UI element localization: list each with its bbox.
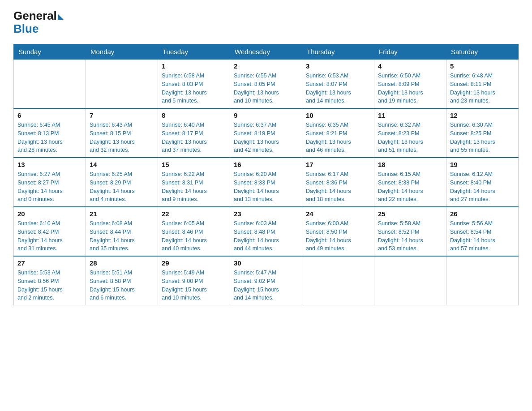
- day-info: Sunrise: 5:49 AMSunset: 9:00 PMDaylight:…: [162, 269, 226, 302]
- day-info: Sunrise: 6:03 AMSunset: 8:48 PMDaylight:…: [234, 219, 298, 253]
- calendar-cell: 7Sunrise: 6:43 AMSunset: 8:15 PMDaylight…: [86, 108, 158, 158]
- calendar-cell: 6Sunrise: 6:45 AMSunset: 8:13 PMDaylight…: [14, 108, 86, 158]
- day-number: 3: [306, 62, 370, 70]
- day-number: 9: [234, 111, 298, 119]
- day-number: 5: [450, 62, 515, 70]
- day-number: 4: [378, 62, 442, 70]
- day-number: 19: [450, 161, 515, 168]
- logo-arrow-icon: [58, 14, 64, 20]
- day-info: Sunrise: 6:45 AMSunset: 8:13 PMDaylight:…: [17, 121, 82, 154]
- day-info: Sunrise: 6:43 AMSunset: 8:15 PMDaylight:…: [90, 121, 154, 154]
- calendar-cell: 20Sunrise: 6:10 AMSunset: 8:42 PMDayligh…: [14, 207, 86, 256]
- calendar-cell: 11Sunrise: 6:32 AMSunset: 8:23 PMDayligh…: [374, 108, 446, 158]
- calendar-week-row: 20Sunrise: 6:10 AMSunset: 8:42 PMDayligh…: [14, 207, 519, 256]
- day-info: Sunrise: 6:55 AMSunset: 8:05 PMDaylight:…: [234, 72, 298, 105]
- calendar-cell: 19Sunrise: 6:12 AMSunset: 8:40 PMDayligh…: [446, 158, 519, 207]
- calendar-week-row: 6Sunrise: 6:45 AMSunset: 8:13 PMDaylight…: [14, 108, 519, 158]
- calendar-table: SundayMondayTuesdayWednesdayThursdayFrid…: [13, 44, 519, 305]
- day-number: 22: [162, 210, 226, 218]
- day-info: Sunrise: 6:17 AMSunset: 8:36 PMDaylight:…: [306, 170, 370, 204]
- day-info: Sunrise: 6:37 AMSunset: 8:19 PMDaylight:…: [234, 121, 298, 154]
- day-number: 6: [17, 111, 82, 119]
- calendar-cell: 23Sunrise: 6:03 AMSunset: 8:48 PMDayligh…: [230, 207, 302, 256]
- calendar-cell: 12Sunrise: 6:30 AMSunset: 8:25 PMDayligh…: [446, 108, 519, 158]
- calendar-cell: 5Sunrise: 6:48 AMSunset: 8:11 PMDaylight…: [446, 60, 519, 109]
- day-header-friday: Friday: [374, 44, 446, 60]
- day-header-thursday: Thursday: [302, 44, 374, 60]
- day-number: 28: [90, 259, 154, 267]
- day-info: Sunrise: 6:00 AMSunset: 8:50 PMDaylight:…: [306, 219, 370, 253]
- day-info: Sunrise: 6:32 AMSunset: 8:23 PMDaylight:…: [378, 121, 442, 154]
- day-number: 17: [306, 161, 370, 168]
- logo-general-text: General: [13, 9, 57, 23]
- calendar-cell: 1Sunrise: 6:58 AMSunset: 8:03 PMDaylight…: [158, 60, 230, 109]
- calendar-cell: 2Sunrise: 6:55 AMSunset: 8:05 PMDaylight…: [230, 60, 302, 109]
- calendar-cell: 17Sunrise: 6:17 AMSunset: 8:36 PMDayligh…: [302, 158, 374, 207]
- calendar-cell: [14, 60, 86, 109]
- calendar-cell: 18Sunrise: 6:15 AMSunset: 8:38 PMDayligh…: [374, 158, 446, 207]
- day-info: Sunrise: 6:08 AMSunset: 8:44 PMDaylight:…: [90, 219, 154, 253]
- day-number: 7: [90, 111, 154, 119]
- day-info: Sunrise: 6:35 AMSunset: 8:21 PMDaylight:…: [306, 121, 370, 154]
- calendar-cell: 25Sunrise: 5:58 AMSunset: 8:52 PMDayligh…: [374, 207, 446, 256]
- calendar-cell: 22Sunrise: 6:05 AMSunset: 8:46 PMDayligh…: [158, 207, 230, 256]
- calendar-header-row: SundayMondayTuesdayWednesdayThursdayFrid…: [14, 44, 519, 60]
- calendar-cell: 14Sunrise: 6:25 AMSunset: 8:29 PMDayligh…: [86, 158, 158, 207]
- day-number: 10: [306, 111, 370, 119]
- day-number: 30: [234, 259, 298, 267]
- calendar-cell: 29Sunrise: 5:49 AMSunset: 9:00 PMDayligh…: [158, 256, 230, 305]
- calendar-cell: [446, 256, 519, 305]
- day-info: Sunrise: 5:47 AMSunset: 9:02 PMDaylight:…: [234, 269, 298, 302]
- day-number: 27: [17, 259, 82, 267]
- day-header-tuesday: Tuesday: [158, 44, 230, 60]
- calendar-cell: 3Sunrise: 6:53 AMSunset: 8:07 PMDaylight…: [302, 60, 374, 109]
- day-info: Sunrise: 5:58 AMSunset: 8:52 PMDaylight:…: [378, 219, 442, 253]
- page-header: General Blue: [13, 9, 519, 36]
- calendar-cell: 8Sunrise: 6:40 AMSunset: 8:17 PMDaylight…: [158, 108, 230, 158]
- day-header-saturday: Saturday: [446, 44, 519, 60]
- day-number: 24: [306, 210, 370, 218]
- logo: General Blue: [13, 9, 64, 36]
- day-number: 26: [450, 210, 515, 218]
- day-number: 21: [90, 210, 154, 218]
- day-number: 29: [162, 259, 226, 267]
- calendar-cell: [302, 256, 374, 305]
- day-info: Sunrise: 5:56 AMSunset: 8:54 PMDaylight:…: [450, 219, 515, 253]
- calendar-cell: 16Sunrise: 6:20 AMSunset: 8:33 PMDayligh…: [230, 158, 302, 207]
- day-info: Sunrise: 6:48 AMSunset: 8:11 PMDaylight:…: [450, 72, 515, 105]
- calendar-week-row: 1Sunrise: 6:58 AMSunset: 8:03 PMDaylight…: [14, 60, 519, 109]
- day-info: Sunrise: 6:30 AMSunset: 8:25 PMDaylight:…: [450, 121, 515, 154]
- day-info: Sunrise: 5:53 AMSunset: 8:56 PMDaylight:…: [17, 269, 82, 302]
- calendar-week-row: 27Sunrise: 5:53 AMSunset: 8:56 PMDayligh…: [14, 256, 519, 305]
- calendar-cell: 13Sunrise: 6:27 AMSunset: 8:27 PMDayligh…: [14, 158, 86, 207]
- calendar-cell: 9Sunrise: 6:37 AMSunset: 8:19 PMDaylight…: [230, 108, 302, 158]
- day-header-wednesday: Wednesday: [230, 44, 302, 60]
- day-info: Sunrise: 6:50 AMSunset: 8:09 PMDaylight:…: [378, 72, 442, 105]
- day-header-sunday: Sunday: [14, 44, 86, 60]
- day-number: 18: [378, 161, 442, 168]
- day-info: Sunrise: 6:53 AMSunset: 8:07 PMDaylight:…: [306, 72, 370, 105]
- calendar-cell: 21Sunrise: 6:08 AMSunset: 8:44 PMDayligh…: [86, 207, 158, 256]
- day-number: 2: [234, 62, 298, 70]
- calendar-cell: [374, 256, 446, 305]
- day-number: 12: [450, 111, 515, 119]
- calendar-week-row: 13Sunrise: 6:27 AMSunset: 8:27 PMDayligh…: [14, 158, 519, 207]
- calendar-cell: 4Sunrise: 6:50 AMSunset: 8:09 PMDaylight…: [374, 60, 446, 109]
- calendar-cell: 30Sunrise: 5:47 AMSunset: 9:02 PMDayligh…: [230, 256, 302, 305]
- calendar-cell: 24Sunrise: 6:00 AMSunset: 8:50 PMDayligh…: [302, 207, 374, 256]
- day-number: 8: [162, 111, 226, 119]
- calendar-cell: 28Sunrise: 5:51 AMSunset: 8:58 PMDayligh…: [86, 256, 158, 305]
- day-number: 16: [234, 161, 298, 168]
- day-info: Sunrise: 6:22 AMSunset: 8:31 PMDaylight:…: [162, 170, 226, 204]
- day-number: 25: [378, 210, 442, 218]
- day-info: Sunrise: 6:05 AMSunset: 8:46 PMDaylight:…: [162, 219, 226, 253]
- day-info: Sunrise: 6:10 AMSunset: 8:42 PMDaylight:…: [17, 219, 82, 253]
- day-info: Sunrise: 6:20 AMSunset: 8:33 PMDaylight:…: [234, 170, 298, 204]
- day-number: 13: [17, 161, 82, 168]
- day-info: Sunrise: 6:40 AMSunset: 8:17 PMDaylight:…: [162, 121, 226, 154]
- calendar-cell: [86, 60, 158, 109]
- day-number: 20: [17, 210, 82, 218]
- day-number: 11: [378, 111, 442, 119]
- day-number: 15: [162, 161, 226, 168]
- day-info: Sunrise: 6:12 AMSunset: 8:40 PMDaylight:…: [450, 170, 515, 204]
